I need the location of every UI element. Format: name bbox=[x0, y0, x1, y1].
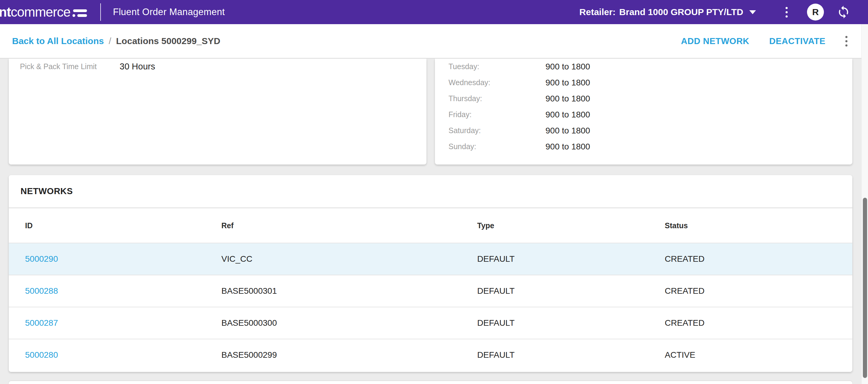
logo-text: ntcommerce bbox=[0, 4, 70, 20]
table-row[interactable]: 5000287 BASE5000300 DEFAULT CREATED bbox=[9, 307, 852, 339]
network-status: CREATED bbox=[665, 275, 705, 307]
column-header-type: Type bbox=[477, 208, 494, 243]
location-details-card: Pick & Pack Time Limit 30 Hours bbox=[9, 59, 427, 164]
day-label: Saturday: bbox=[448, 126, 546, 135]
top-bar: ntcommerce Fluent Order Management Retai… bbox=[0, 0, 868, 24]
network-status: CREATED bbox=[665, 307, 705, 339]
hours-value: 900 to 1800 bbox=[546, 78, 590, 88]
vertical-scrollbar-track[interactable] bbox=[861, 24, 868, 384]
hours-value: 900 to 1800 bbox=[546, 62, 590, 71]
network-ref: BASE5000301 bbox=[221, 275, 277, 307]
network-type: DEFAULT bbox=[477, 243, 515, 275]
retailer-value: Brand 1000 GROUP PTY/LTD bbox=[619, 7, 743, 17]
avatar[interactable]: R bbox=[807, 4, 824, 21]
action-bar: Back to All Locations / Locations 500029… bbox=[0, 24, 861, 59]
fluentcommerce-logo[interactable]: ntcommerce bbox=[0, 4, 88, 20]
hours-row: Sunday: 900 to 1800 bbox=[435, 138, 852, 155]
back-to-all-locations-link[interactable]: Back to All Locations bbox=[12, 36, 104, 46]
network-type: DEFAULT bbox=[477, 275, 515, 307]
logo-text-bold: nt bbox=[0, 4, 11, 19]
hours-value: 900 to 1800 bbox=[546, 142, 590, 152]
day-label: Thursday: bbox=[448, 94, 546, 103]
header-kebab-menu[interactable] bbox=[784, 5, 789, 19]
hours-row: Thursday: 900 to 1800 bbox=[435, 91, 852, 106]
column-header-id: ID bbox=[25, 208, 33, 243]
breadcrumb: Back to All Locations / Locations 500029… bbox=[12, 36, 220, 46]
day-label: Tuesday: bbox=[448, 62, 546, 71]
hours-value: 900 to 1800 bbox=[546, 126, 590, 135]
table-row[interactable]: 5000290 VIC_CC DEFAULT CREATED bbox=[9, 243, 852, 275]
network-status: ACTIVE bbox=[665, 339, 695, 371]
opening-hours-card: Tuesday: 900 to 1800 Wednesday: 900 to 1… bbox=[435, 59, 852, 164]
networks-table-header: ID Ref Type Status bbox=[9, 208, 852, 243]
fluentcommerce-mark-icon bbox=[72, 9, 88, 19]
network-ref: BASE5000300 bbox=[221, 307, 277, 339]
add-network-button[interactable]: ADD NETWORK bbox=[681, 36, 749, 46]
page-kebab-menu[interactable] bbox=[843, 34, 849, 48]
hours-value: 900 to 1800 bbox=[546, 110, 590, 120]
network-id-link[interactable]: 5000290 bbox=[25, 243, 58, 275]
table-row[interactable]: 5000280 BASE5000299 DEFAULT ACTIVE bbox=[9, 339, 852, 371]
deactivate-button[interactable]: DEACTIVATE bbox=[769, 36, 826, 46]
header-divider bbox=[100, 3, 101, 21]
networks-section-title: NETWORKS bbox=[9, 175, 852, 207]
page-title: Locations 5000299_SYD bbox=[116, 36, 220, 46]
network-type: DEFAULT bbox=[477, 339, 515, 371]
hours-row: Tuesday: 900 to 1800 bbox=[435, 59, 852, 74]
pick-pack-time-limit-label: Pick & Pack Time Limit bbox=[20, 62, 120, 71]
day-label: Wednesday: bbox=[448, 78, 546, 87]
retailer-selector[interactable]: Retailer: Brand 1000 GROUP PTY/LTD bbox=[579, 7, 756, 17]
network-ref: VIC_CC bbox=[221, 243, 252, 275]
detail-row: Pick & Pack Time Limit 30 Hours bbox=[9, 59, 427, 74]
hours-value: 900 to 1800 bbox=[546, 94, 590, 103]
hours-row: Friday: 900 to 1800 bbox=[435, 106, 852, 123]
network-id-link[interactable]: 5000287 bbox=[25, 307, 58, 339]
column-header-ref: Ref bbox=[221, 208, 234, 243]
network-type: DEFAULT bbox=[477, 307, 515, 339]
app-title: Fluent Order Management bbox=[113, 7, 225, 18]
network-status: CREATED bbox=[665, 243, 705, 275]
networks-card: NETWORKS ID Ref Type Status 5000290 VIC_… bbox=[9, 175, 852, 372]
vertical-scrollbar-thumb[interactable] bbox=[863, 198, 867, 378]
chevron-down-icon bbox=[749, 10, 756, 14]
network-ref: BASE5000299 bbox=[221, 339, 277, 371]
retailer-label: Retailer: bbox=[579, 7, 616, 17]
table-row[interactable]: 5000288 BASE5000301 DEFAULT CREATED bbox=[9, 275, 852, 307]
network-id-link[interactable]: 5000288 bbox=[25, 275, 58, 307]
refresh-icon bbox=[837, 5, 850, 19]
hours-row: Wednesday: 900 to 1800 bbox=[435, 74, 852, 91]
app-root: ntcommerce Fluent Order Management Retai… bbox=[0, 0, 868, 384]
refresh-button[interactable] bbox=[837, 5, 850, 19]
day-label: Sunday: bbox=[448, 142, 546, 151]
hours-row: Saturday: 900 to 1800 bbox=[435, 123, 852, 138]
network-id-link[interactable]: 5000280 bbox=[25, 339, 58, 371]
logo-text-regular: commerce bbox=[11, 4, 70, 19]
column-header-status: Status bbox=[665, 208, 688, 243]
day-label: Friday: bbox=[448, 110, 546, 119]
breadcrumb-separator: / bbox=[109, 36, 111, 46]
next-card-sliver bbox=[9, 381, 852, 384]
pick-pack-time-limit-value: 30 Hours bbox=[120, 62, 155, 71]
